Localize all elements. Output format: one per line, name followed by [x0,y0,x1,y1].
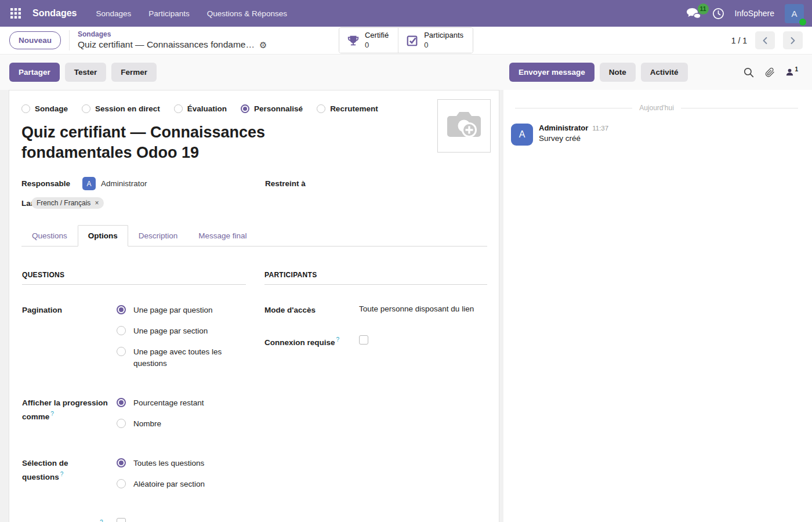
roaming-checkbox[interactable] [117,518,126,522]
language-tag[interactable]: French / Français × [31,197,104,209]
share-button[interactable]: Partager [9,63,60,82]
radio-icon[interactable] [317,104,325,113]
stat-buttons-area: Certifié 0 Participants 0 [339,27,473,53]
radio-icon[interactable] [117,479,126,488]
radio-icon[interactable] [21,104,30,113]
online-status-dot [799,19,806,26]
participants-stat-button[interactable]: Participants 0 [398,28,473,53]
radio-icon[interactable] [117,347,126,356]
radio-selected-icon[interactable] [117,398,126,407]
type-option-recrutement[interactable]: Recrutement [317,104,378,113]
attachments-button[interactable] [764,67,775,78]
progress-mode-row: Afficher la progression comme? Pourcenta… [22,397,246,439]
pagination-option-one-page-per-section[interactable]: Une page par section [117,325,241,338]
user-menu-avatar[interactable]: A [785,4,804,23]
new-button[interactable]: Nouveau [9,31,61,49]
messages-menu-button[interactable]: 11 [686,8,702,20]
grid-icon [10,8,21,19]
certified-label: Certifié [365,31,389,40]
nav-menu-participants[interactable]: Participants [142,6,196,21]
question-selection-row: Sélection de questions? Toutes les quest… [22,458,246,499]
responsible-label: Responsable [21,179,82,188]
selection-option-all-questions[interactable]: Toutes les questions [117,458,241,470]
certified-value: 0 [365,41,369,50]
login-required-row: Connexion requise? [264,335,487,349]
survey-title-field[interactable]: Quiz certifiant — Connaissances fondamen… [21,122,277,163]
selection-option-random-per-section[interactable]: Aléatoire par section [117,478,241,491]
send-message-button[interactable]: Envoyer message [509,63,594,82]
paperclip-icon [764,67,775,78]
roaming-label: Autoriser le roaming? [22,518,117,522]
date-divider-label: Aujourd'hui [632,104,681,112]
nav-menu-sondages[interactable]: Sondages [89,6,137,21]
progress-option-number[interactable]: Nombre [117,418,241,430]
tab-options[interactable]: Options [78,225,128,246]
breadcrumb-current: Quiz certifiant — Connaissances fondame… [78,39,255,50]
breadcrumb-area: Nouveau Sondages Quiz certifiant — Conna… [9,30,339,50]
log-note-button[interactable]: Note [600,63,636,82]
pagination-label: Pagination [22,304,117,379]
form-area: Sondage Session en direct Évaluation Per… [0,90,503,522]
type-option-personnalise[interactable]: Personnalisé [241,104,303,113]
notebook-tabs: Questions Options Description Message fi… [21,225,487,246]
help-icon: ? [100,519,103,522]
options-left-column: QUESTIONS Pagination Une page par questi… [22,271,246,522]
type-option-session-en-direct[interactable]: Session en direct [82,104,160,113]
help-icon: ? [50,411,54,417]
app-window: Sondages Sondages Participants Questions… [0,0,812,522]
status-bar: Partager Tester Fermer Envoyer message N… [0,55,812,90]
radio-selected-icon[interactable] [117,458,126,467]
chevron-right-icon [789,37,796,45]
activity-button[interactable]: Activité [641,63,688,82]
tab-questions[interactable]: Questions [21,225,78,246]
followers-button[interactable]: 1 [785,68,798,77]
activity-menu-button[interactable] [712,8,724,20]
pagination-option-all-questions[interactable]: Une page avec toutes les questions [117,346,241,371]
question-selection-label: Sélection de questions? [22,458,117,499]
close-survey-button[interactable]: Fermer [111,63,157,82]
message-avatar: A [511,124,533,146]
pager-next-button[interactable] [783,31,803,49]
progress-mode-label: Afficher la progression comme? [22,397,117,439]
tab-message-final[interactable]: Message final [188,225,257,246]
roaming-row: Autoriser le roaming? [22,518,246,522]
access-mode-row: Mode d'accès Toute personne disposant du… [264,304,487,317]
chevron-left-icon [762,37,768,45]
participants-value: 0 [424,41,428,50]
apps-menu-button[interactable] [7,5,24,22]
tab-description[interactable]: Description [128,225,188,246]
participants-label: Participants [424,31,463,40]
trophy-icon [347,34,360,47]
certified-stat-button[interactable]: Certifié 0 [339,28,398,53]
progress-option-percentage[interactable]: Pourcentage restant [117,397,241,409]
breadcrumb-parent-link[interactable]: Sondages [78,30,267,39]
company-switcher[interactable]: InfoSphere [735,9,775,18]
message-content: Administrator 11:37 Survey créé [539,124,608,146]
search-messages-button[interactable] [744,67,754,78]
date-divider: Aujourd'hui [515,104,798,112]
pager-previous-button[interactable] [755,31,775,49]
radio-icon[interactable] [82,104,90,113]
control-panel: Nouveau Sondages Quiz certifiant — Conna… [0,27,812,55]
settings-gear-icon[interactable]: ⚙ [259,41,267,49]
radio-icon[interactable] [117,419,126,428]
test-button[interactable]: Tester [65,63,107,82]
survey-type-selector: Sondage Session en direct Évaluation Per… [21,104,487,113]
radio-selected-icon[interactable] [117,305,126,314]
pagination-option-one-page-per-question[interactable]: Une page par question [117,304,241,317]
radio-icon[interactable] [174,104,183,113]
responsible-field[interactable]: Administrator [101,179,147,188]
tag-remove-icon[interactable]: × [95,199,99,207]
type-option-sondage[interactable]: Sondage [21,104,68,113]
login-required-checkbox[interactable] [359,335,368,345]
radio-selected-icon[interactable] [241,104,249,113]
app-name[interactable]: Sondages [32,8,77,19]
access-mode-select[interactable]: Toute personne disposant du lien [359,304,474,313]
type-option-evaluation[interactable]: Évaluation [174,104,227,113]
survey-image-field[interactable] [437,99,491,153]
radio-icon[interactable] [117,326,126,335]
message-author[interactable]: Administrator [539,124,588,132]
stat-button-group: Certifié 0 Participants 0 [339,27,473,53]
access-mode-label: Mode d'accès [264,304,359,317]
nav-menu-questions-reponses[interactable]: Questions & Réponses [201,6,293,21]
